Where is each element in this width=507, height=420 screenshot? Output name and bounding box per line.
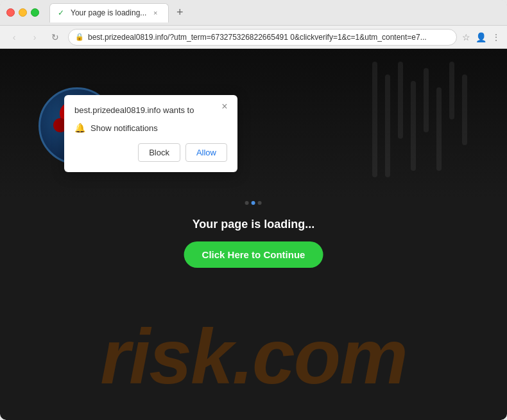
menu-icon[interactable]: ⋮ [492, 32, 501, 42]
lock-icon: 🔒 [75, 33, 84, 41]
close-window-button[interactable] [6, 8, 15, 17]
new-tab-button[interactable]: + [171, 4, 188, 21]
popup-title-text: best.prizedeal0819.info wants to [74, 105, 227, 115]
forward-button[interactable]: › [27, 30, 42, 45]
tab-title: Your page is loading... [71, 8, 146, 17]
minimize-window-button[interactable] [19, 8, 27, 17]
traffic-lights [6, 8, 39, 17]
loading-indicator [245, 201, 262, 205]
reload-button[interactable]: ↻ [47, 30, 63, 45]
account-icon[interactable]: 👤 [476, 32, 486, 42]
notification-permission-popup: best.prizedeal0819.info wants to × 🔔 Sho… [64, 95, 237, 172]
notification-row: 🔔 Show notifications [74, 123, 227, 133]
loading-text: Your page is loading... [193, 218, 315, 231]
navigation-bar: ‹ › ↻ 🔒 best.prizedeal0819.info/?utm_ter… [0, 26, 507, 49]
notification-label: Show notifications [90, 123, 158, 133]
svg-rect-7 [462, 74, 467, 145]
svg-rect-3 [411, 81, 416, 171]
title-bar: ✓ Your page is loading... × + [0, 0, 507, 26]
address-bar[interactable]: 🔒 best.prizedeal0819.info/?utm_term=6732… [68, 29, 457, 46]
svg-rect-4 [424, 68, 429, 132]
tab-bar: ✓ Your page is loading... × + [49, 3, 501, 22]
bookmark-star-icon[interactable]: ☆ [462, 32, 470, 42]
loading-dot-2 [252, 201, 255, 205]
svg-rect-2 [398, 62, 403, 139]
bell-icon: 🔔 [74, 123, 85, 133]
popup-action-buttons: Block Allow [74, 143, 227, 162]
svg-rect-5 [436, 87, 442, 171]
maximize-window-button[interactable] [31, 8, 39, 17]
svg-rect-6 [449, 62, 454, 119]
tab-favicon-icon: ✓ [58, 8, 67, 17]
center-loading-area: Your page is loading... Click Here to Co… [184, 201, 323, 268]
tab-close-button[interactable]: × [150, 8, 160, 18]
svg-rect-1 [385, 74, 390, 177]
web-content-area: risk.com Your page is loading... Click H… [0, 49, 507, 420]
watermark-text: risk.com [0, 312, 507, 401]
loading-dot-1 [245, 201, 249, 205]
svg-rect-0 [372, 62, 377, 177]
address-text: best.prizedeal0819.info/?utm_term=673275… [88, 33, 450, 42]
popup-close-button[interactable]: × [218, 100, 231, 113]
allow-button[interactable]: Allow [185, 143, 227, 162]
active-tab[interactable]: ✓ Your page is loading... × [49, 3, 169, 22]
back-button[interactable]: ‹ [6, 30, 22, 45]
block-button[interactable]: Block [138, 143, 180, 162]
background-art [372, 62, 475, 190]
continue-button[interactable]: Click Here to Continue [184, 241, 323, 268]
browser-window: ✓ Your page is loading... × + ‹ › ↻ 🔒 be… [0, 0, 507, 420]
loading-dot-3 [258, 201, 262, 205]
